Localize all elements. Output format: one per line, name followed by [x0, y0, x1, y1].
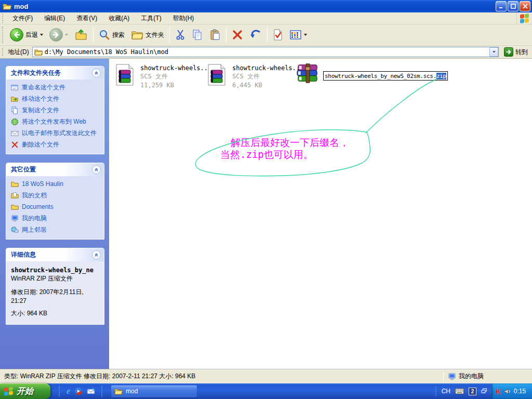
address-input[interactable]: d:\My Documents\18 WoS Haulin\mod — [45, 48, 489, 56]
language-indicator[interactable]: CH — [442, 388, 450, 395]
rename-input[interactable]: showtruck-wheels_by_newS_02sm.scs.zip — [323, 71, 448, 81]
panel-details-body: showtruck-wheels_by_ne WinRAR ZIP 压缩文件 修… — [6, 261, 104, 324]
details-modified-date: 修改日期: 2007年2月11日, — [11, 288, 100, 297]
scs-archive-file-icon — [113, 63, 136, 86]
clock[interactable]: 0:15 — [514, 388, 526, 395]
outlook-express-icon[interactable] — [87, 387, 95, 395]
place-label: 网上邻居 — [22, 226, 47, 233]
folder-icon — [11, 203, 19, 211]
volume-icon[interactable] — [504, 388, 511, 395]
panel-other-places-body: 18 WoS Haulin 我的文档 — [6, 176, 104, 239]
menu-tools[interactable]: 工具(T) — [135, 12, 167, 24]
place-label: 我的电脑 — [22, 215, 47, 222]
internet-explorer-icon[interactable]: e — [66, 387, 70, 395]
minimize-button[interactable] — [496, 1, 507, 11]
menu-edit[interactable]: 编辑(E) — [38, 12, 71, 24]
close-button[interactable] — [520, 1, 530, 11]
copy-button[interactable] — [189, 28, 206, 42]
panel-file-tasks-header[interactable]: 文件和文件夹任务 — [6, 66, 104, 79]
file-tile-2[interactable]: showtruck-wheels... SCS 文件 6,445 KB — [205, 63, 303, 89]
cut-button[interactable] — [172, 28, 189, 42]
taskbar-window-label: mod — [126, 388, 138, 395]
file-tile-3[interactable] — [296, 62, 319, 85]
panel-details-header[interactable]: 详细信息 — [6, 248, 104, 261]
menu-view[interactable]: 查看(V) — [71, 12, 103, 24]
place-network[interactable]: 网上邻居 — [11, 226, 101, 234]
taskband-grip[interactable] — [101, 386, 103, 396]
file-size: 6,445 KB — [232, 82, 303, 89]
undo-icon — [249, 29, 262, 41]
address-folder-icon — [34, 48, 43, 56]
search-button[interactable]: 搜索 — [96, 28, 128, 42]
address-dropdown-button[interactable] — [489, 47, 498, 57]
back-dropdown-caret[interactable] — [40, 34, 43, 36]
undo-button[interactable] — [246, 28, 265, 42]
up-folder-icon — [74, 28, 88, 42]
toolbar-separator — [226, 27, 227, 43]
panel-other-places: 其它位置 18 WoS Haulin — [6, 163, 104, 240]
task-publish-file[interactable]: 将这个文件发布到 Web — [11, 118, 101, 126]
go-button[interactable]: 转到 — [502, 47, 530, 57]
menu-help[interactable]: 帮助(H) — [167, 12, 200, 24]
ime-icon[interactable]: 2 — [469, 388, 476, 395]
forward-dropdown-caret[interactable] — [65, 34, 68, 36]
file-type: SCS 文件 — [140, 72, 211, 81]
file-list-area[interactable]: showtruck-wheels... SCS 文件 11,259 KB — [109, 59, 532, 369]
sync-button[interactable] — [270, 27, 286, 43]
menu-favorites[interactable]: 收藏(A) — [103, 12, 135, 24]
windows-flag-icon — [4, 386, 14, 396]
standard-toolbar: 后退 搜索 — [0, 24, 532, 46]
delete-button[interactable] — [229, 28, 246, 42]
up-button[interactable] — [71, 26, 91, 43]
copy-file-icon — [11, 107, 19, 114]
maximize-button[interactable] — [508, 1, 518, 11]
restore-windows-icon[interactable] — [481, 388, 487, 394]
menubar-grip[interactable] — [2, 14, 5, 23]
file-name[interactable]: showtruck-wheels... — [140, 64, 211, 72]
keyboard-icon[interactable] — [455, 388, 464, 394]
minimize-icon — [499, 4, 504, 9]
task-copy-file[interactable]: 复制这个文件 — [11, 107, 101, 114]
file-tile-1[interactable]: showtruck-wheels... SCS 文件 11,259 KB — [113, 63, 211, 89]
taskbar-window-button[interactable]: mod — [111, 385, 197, 397]
place-my-computer[interactable]: 我的电脑 — [11, 215, 101, 222]
title-bar[interactable]: mod — [0, 0, 532, 12]
file-name[interactable]: showtruck-wheels... — [232, 64, 303, 72]
collapse-chevron-icon[interactable] — [92, 250, 101, 259]
kaspersky-icon[interactable]: K — [496, 388, 501, 395]
collapse-chevron-icon[interactable] — [92, 165, 101, 174]
panel-other-places-header[interactable]: 其它位置 — [6, 163, 104, 176]
back-button[interactable]: 后退 — [7, 26, 46, 43]
back-label: 后退 — [25, 31, 38, 39]
collapse-chevron-icon[interactable] — [92, 69, 101, 77]
place-my-documents[interactable]: 我的文档 — [11, 192, 101, 200]
address-label: 地址(D) — [7, 48, 32, 57]
paste-button[interactable] — [206, 28, 224, 42]
task-rename-file[interactable]: 重命名这个文件 — [11, 84, 101, 91]
annotation-line-1: 解压后最好改一下后缀名， — [220, 137, 349, 149]
place-parent-folder[interactable]: 18 WoS Haulin — [11, 180, 101, 188]
quick-launch-grip[interactable] — [59, 386, 60, 396]
explorer-window: mod 文件(F) 编辑(E) 查看(V) 收藏(A) 工具(T) 帮助(H) — [0, 0, 532, 383]
task-move-file[interactable]: 移动这个文件 — [11, 95, 101, 103]
views-dropdown-caret[interactable] — [304, 34, 307, 36]
task-label: 重命名这个文件 — [22, 84, 65, 91]
forward-button[interactable] — [46, 26, 71, 43]
media-player-icon[interactable] — [74, 387, 83, 395]
status-zone-label: 我的电脑 — [459, 372, 484, 381]
start-button[interactable]: 开始 — [0, 383, 50, 399]
task-email-file[interactable]: 以电子邮件形式发送此文件 — [11, 129, 101, 137]
views-button[interactable] — [286, 28, 310, 42]
go-label: 转到 — [515, 48, 528, 57]
menu-file[interactable]: 文件(F) — [7, 12, 38, 24]
place-documents[interactable]: Documents — [11, 203, 101, 211]
desktop: mod 文件(F) 编辑(E) 查看(V) 收藏(A) 工具(T) 帮助(H) — [0, 0, 532, 399]
details-filetype: WinRAR ZIP 压缩文件 — [11, 274, 100, 283]
toolbar-grip[interactable] — [2, 26, 5, 43]
task-delete-file[interactable]: 删除这个文件 — [11, 141, 101, 149]
addressbar-grip[interactable] — [2, 48, 5, 56]
address-combo[interactable]: d:\My Documents\18 WoS Haulin\mod — [32, 47, 499, 57]
status-zone: 我的电脑 — [444, 372, 532, 381]
folders-button[interactable]: 文件夹 — [128, 28, 167, 42]
folder-icon — [11, 180, 19, 188]
